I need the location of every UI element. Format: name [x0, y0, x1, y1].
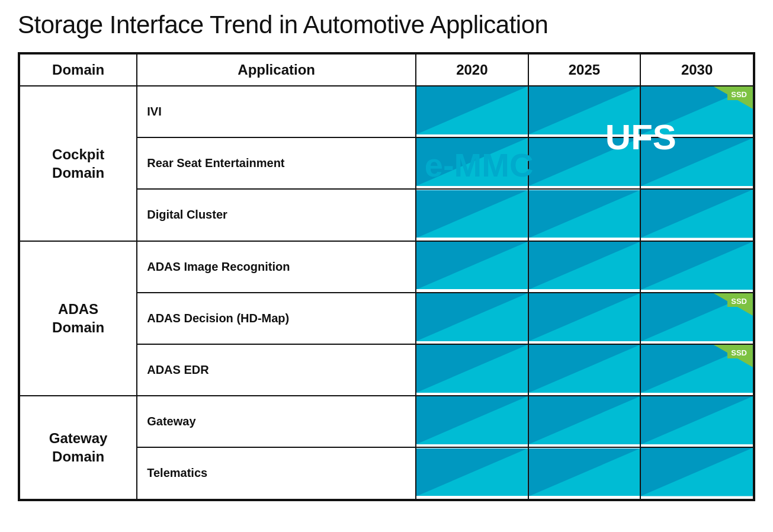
cell-ivi-2020 — [416, 86, 528, 137]
cell-gw-2030 — [640, 396, 753, 447]
app-gateway: Gateway — [137, 396, 416, 447]
cell-gw-2020 — [416, 396, 528, 447]
cell-adas2-2020 — [416, 293, 528, 344]
cell-tel-2025 — [528, 447, 641, 499]
ssd-badge-adas2-2030: SSD — [727, 296, 750, 307]
cell-adas3-2020 — [416, 344, 528, 396]
domain-cockpit: CockpitDomain — [20, 86, 137, 241]
cell-adas1-2025 — [528, 241, 641, 293]
cell-tel-2020 — [416, 447, 528, 499]
app-rse: Rear Seat Entertainment — [137, 137, 416, 189]
app-adas2: ADAS Decision (HD-Map) — [137, 293, 416, 344]
cell-dc-2030 — [640, 189, 753, 241]
cell-dc-2020 — [416, 189, 528, 241]
cell-adas3-2030: SSD — [640, 344, 753, 396]
col-header-domain: Domain — [20, 54, 137, 86]
app-dc: Digital Cluster — [137, 189, 416, 241]
app-telematics: Telematics — [137, 447, 416, 499]
col-header-2030: 2030 — [640, 54, 753, 86]
domain-gateway: GatewayDomain — [20, 396, 137, 499]
cell-rse-2020 — [416, 137, 528, 189]
domain-adas: ADASDomain — [20, 241, 137, 396]
cell-ivi-2025 — [528, 86, 641, 137]
cell-adas3-2025 — [528, 344, 641, 396]
col-header-2020: 2020 — [416, 54, 528, 86]
cell-gw-2025 — [528, 396, 641, 447]
cell-adas2-2030: SSD — [640, 293, 753, 344]
cell-rse-2030 — [640, 137, 753, 189]
main-table: Domain Application 2020 2025 2030 Cockpi… — [18, 52, 755, 501]
page-title: Storage Interface Trend in Automotive Ap… — [18, 11, 548, 39]
cell-tel-2030 — [640, 447, 753, 499]
cell-adas1-2030 — [640, 241, 753, 293]
col-header-2025: 2025 — [528, 54, 641, 86]
cell-ivi-2030: SSD — [640, 86, 753, 137]
cell-dc-2025 — [528, 189, 641, 241]
ssd-badge-adas3-2030: SSD — [727, 347, 750, 358]
app-ivi: IVI — [137, 86, 416, 137]
cell-adas2-2025 — [528, 293, 641, 344]
col-header-application: Application — [137, 54, 416, 86]
app-adas3: ADAS EDR — [137, 344, 416, 396]
cell-adas1-2020 — [416, 241, 528, 293]
app-adas1: ADAS Image Recognition — [137, 241, 416, 293]
ssd-badge-ivi-2030: SSD — [727, 89, 750, 100]
cell-rse-2025 — [528, 137, 641, 189]
